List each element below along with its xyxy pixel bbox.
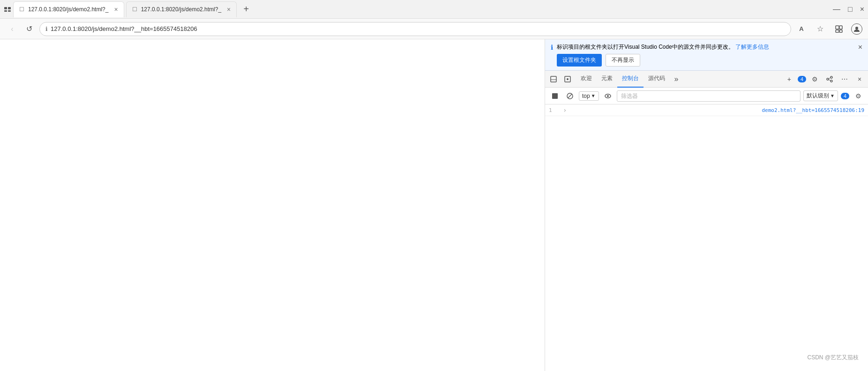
tab-elements[interactable]: 元素	[597, 71, 617, 88]
level-selector[interactable]: 默认级别 ▼	[803, 90, 838, 101]
favorites-icon[interactable]: ☆	[814, 22, 827, 36]
devtools-inspect-icon[interactable]	[561, 73, 574, 86]
info-bar-close[interactable]: ×	[858, 43, 862, 52]
svg-rect-18	[552, 93, 558, 99]
window-icon	[4, 6, 11, 13]
nav-bar: ‹ ↺ ℹ 127.0.0.1:8020/js/demo2.html?__hbt…	[0, 19, 868, 39]
console-row-link[interactable]: demo2.html?__hbt=1665574518206:19	[762, 107, 864, 113]
svg-point-15	[831, 80, 832, 82]
devtools-share-icon[interactable]	[823, 73, 836, 86]
info-bar-link[interactable]: 了解更多信息	[735, 44, 769, 50]
devtools-tab-icons	[547, 73, 574, 86]
collections-icon[interactable]	[832, 22, 846, 36]
info-bar-content: 标识项目的根文件夹以打开Visual Studio Code中的源文件并同步更改…	[557, 43, 854, 67]
svg-rect-3	[8, 10, 11, 12]
more-tabs-icon[interactable]: »	[670, 73, 683, 86]
address-info-icon: ℹ	[45, 26, 48, 32]
devtools-more-icon[interactable]: ⋯	[838, 73, 851, 86]
svg-point-8	[855, 27, 858, 30]
tab-1-title: 127.0.0.1:8020/js/demo2.html?_	[28, 6, 108, 13]
svg-point-12	[567, 78, 569, 80]
tab-1-icon: ☐	[19, 6, 24, 13]
console-row-expand[interactable]: ›	[563, 106, 567, 114]
dont-show-again-button[interactable]: 不再显示	[606, 54, 640, 67]
minimize-button[interactable]: —	[833, 5, 840, 14]
nav-right: A ☆	[795, 22, 862, 36]
devtools-settings-icon[interactable]: ⚙	[808, 73, 821, 86]
tab-2-icon: ☐	[132, 6, 137, 13]
svg-line-20	[568, 94, 572, 98]
browser-window: ☐ 127.0.0.1:8020/js/demo2.html?_ × ☐ 127…	[0, 0, 868, 371]
console-content: 1 › demo2.html?__hbt=1665574518206:19	[545, 104, 868, 371]
svg-point-22	[607, 95, 609, 97]
svg-point-14	[827, 78, 829, 80]
console-row-num: 1	[549, 107, 563, 113]
tab-2[interactable]: ☐ 127.0.0.1:8020/js/demo2.html?_ ×	[126, 1, 237, 17]
tab-welcome[interactable]: 欢迎	[576, 71, 597, 88]
tab-sources[interactable]: 源代码	[644, 71, 670, 88]
reload-button[interactable]: ↺	[22, 22, 36, 36]
tab-2-close[interactable]: ×	[227, 6, 231, 13]
devtools-badge: 4	[798, 76, 806, 82]
svg-rect-2	[4, 10, 7, 12]
svg-rect-9	[551, 76, 556, 82]
console-block-icon[interactable]	[549, 90, 561, 102]
title-bar-left: ☐ 127.0.0.1:8020/js/demo2.html?_ × ☐ 127…	[4, 1, 254, 17]
svg-point-13	[831, 76, 832, 78]
profile-icon[interactable]	[851, 23, 862, 35]
maximize-button[interactable]: □	[848, 5, 853, 14]
devtools-add-icon[interactable]: +	[783, 73, 796, 86]
console-eye-icon[interactable]	[602, 90, 614, 102]
svg-rect-4	[836, 26, 839, 29]
main-area: ℹ 标识项目的根文件夹以打开Visual Studio Code中的源文件并同步…	[0, 39, 868, 371]
translate-icon[interactable]: A	[795, 22, 808, 36]
svg-rect-5	[839, 26, 842, 29]
window-controls: — □ ×	[833, 5, 864, 14]
set-root-folder-button[interactable]: 设置根文件夹	[557, 54, 602, 67]
title-bar: ☐ 127.0.0.1:8020/js/demo2.html?_ × ☐ 127…	[0, 0, 868, 19]
svg-rect-6	[836, 30, 839, 32]
title-bar-right: — □ ×	[833, 5, 864, 14]
top-selector[interactable]: top ▼	[579, 91, 599, 101]
page-content	[0, 39, 545, 371]
tab-console[interactable]: 控制台	[617, 71, 644, 88]
console-badge: 4	[841, 93, 849, 99]
devtools-panel-icon[interactable]	[547, 73, 560, 86]
info-bar-message: 标识项目的根文件夹以打开Visual Studio Code中的源文件并同步更改…	[557, 44, 734, 50]
watermark: CSDN @艺艺又茄枝	[807, 354, 859, 362]
svg-line-17	[829, 80, 831, 81]
level-label: 默认级别	[807, 92, 829, 100]
close-button[interactable]: ×	[860, 5, 864, 14]
console-toolbar: top ▼ 默认级别 ▼ 4 ⚙	[545, 88, 868, 104]
back-button[interactable]: ‹	[6, 22, 19, 36]
level-chevron-icon: ▼	[830, 93, 835, 98]
svg-rect-1	[8, 7, 11, 9]
tab-1-close[interactable]: ×	[114, 6, 118, 13]
filter-input[interactable]	[617, 90, 801, 102]
devtools-tabs: 欢迎 元素 控制台 源代码 » + 4 ⚙	[545, 71, 868, 88]
address-bar[interactable]: ℹ 127.0.0.1:8020/js/demo2.html?__hbt=166…	[39, 22, 791, 36]
svg-line-16	[829, 78, 831, 79]
console-gear-icon[interactable]: ⚙	[852, 90, 864, 102]
devtools-panel: ℹ 标识项目的根文件夹以打开Visual Studio Code中的源文件并同步…	[545, 39, 868, 371]
top-label: top	[582, 93, 590, 99]
info-bar-icon: ℹ	[551, 44, 553, 51]
top-chevron-icon: ▼	[591, 93, 596, 98]
info-bar-actions: 设置根文件夹 不再显示	[557, 54, 854, 67]
new-tab-button[interactable]: +	[239, 2, 254, 17]
svg-rect-7	[839, 30, 842, 32]
svg-rect-0	[4, 7, 7, 9]
devtools-close-icon[interactable]: ×	[853, 73, 866, 86]
tab-1[interactable]: ☐ 127.0.0.1:8020/js/demo2.html?_ ×	[13, 1, 124, 17]
console-row-1: 1 › demo2.html?__hbt=1665574518206:19	[545, 104, 868, 116]
console-clear-icon[interactable]	[564, 90, 576, 102]
address-text: 127.0.0.1:8020/js/demo2.html?__hbt=16655…	[51, 25, 197, 32]
devtools-tabs-right: + 4 ⚙ ⋯ ×	[783, 73, 866, 86]
tab-2-title: 127.0.0.1:8020/js/demo2.html?_	[141, 6, 221, 13]
devtools-info-bar: ℹ 标识项目的根文件夹以打开Visual Studio Code中的源文件并同步…	[545, 39, 868, 71]
